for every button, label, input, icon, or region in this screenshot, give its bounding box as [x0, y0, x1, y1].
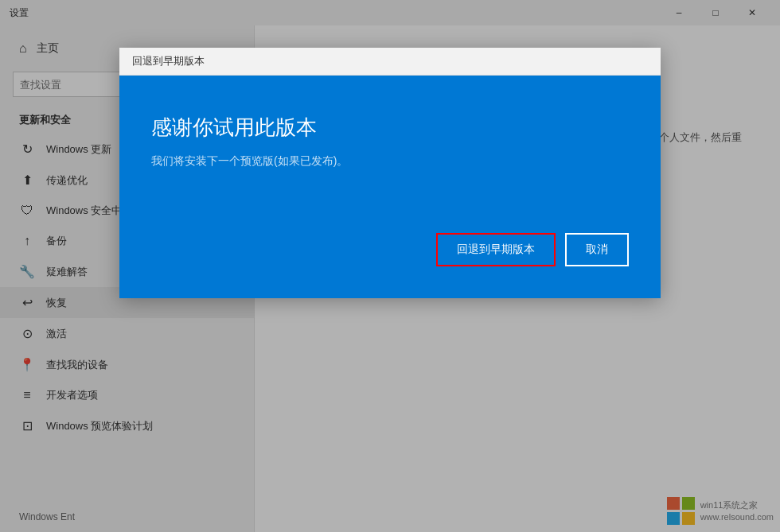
- dialog-titlebar: 回退到早期版本: [119, 48, 661, 76]
- dialog-subtext: 我们将安装下一个预览版(如果已发布)。: [151, 154, 629, 169]
- dialog-body: 感谢你试用此版本 我们将安装下一个预览版(如果已发布)。 回退到早期版本 取消: [119, 76, 661, 298]
- dialog-actions: 回退到早期版本 取消: [151, 214, 629, 266]
- cancel-button[interactable]: 取消: [565, 233, 629, 266]
- dialog-overlay: 回退到早期版本 感谢你试用此版本 我们将安装下一个预览版(如果已发布)。 回退到…: [0, 0, 780, 532]
- dialog-heading: 感谢你试用此版本: [151, 114, 629, 142]
- rollback-button[interactable]: 回退到早期版本: [436, 233, 556, 266]
- dialog: 回退到早期版本 感谢你试用此版本 我们将安装下一个预览版(如果已发布)。 回退到…: [119, 48, 661, 298]
